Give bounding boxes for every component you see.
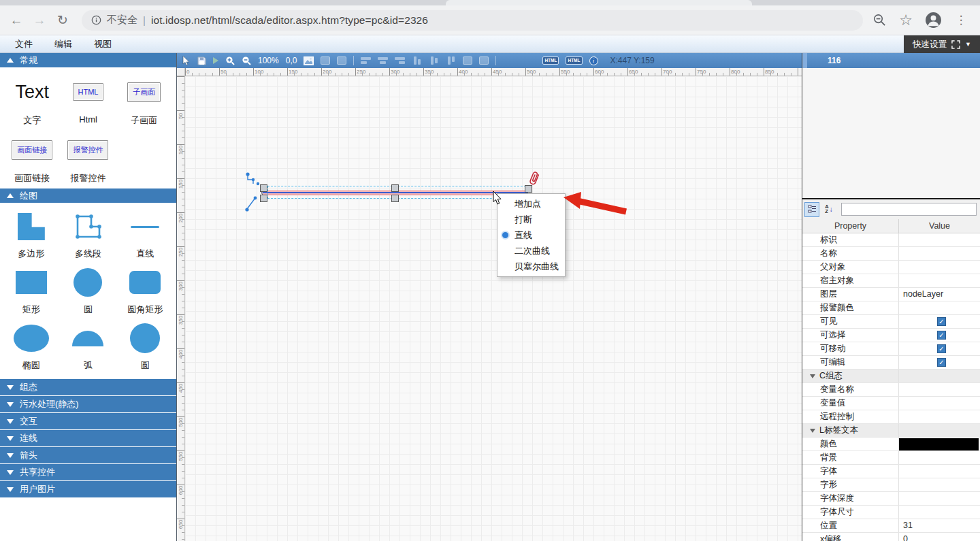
palette-shape-arc[interactable]: 弧	[60, 320, 117, 372]
resize-handle[interactable]	[260, 195, 267, 202]
context-menu-item-4[interactable]: 贝塞尔曲线	[497, 259, 565, 274]
align-right-icon[interactable]	[395, 56, 405, 65]
property-row-18[interactable]: 字形	[802, 478, 980, 492]
section-header-collapsed-4[interactable]: 箭头	[0, 447, 176, 463]
group-icon[interactable]	[321, 56, 330, 65]
checkbox-checked-icon[interactable]: ✓	[937, 358, 946, 367]
connector-anchor-icon[interactable]	[244, 196, 259, 212]
align-top-icon[interactable]	[412, 56, 422, 65]
context-menu-item-2[interactable]: 直线	[497, 227, 565, 243]
quick-settings-button[interactable]: 快速设置 ▼	[904, 35, 980, 53]
checkbox-checked-icon[interactable]: ✓	[937, 317, 946, 326]
section-header-collapsed-3[interactable]: 连线	[0, 430, 176, 446]
property-value[interactable]	[899, 383, 980, 396]
property-value[interactable]	[899, 274, 980, 287]
property-row-17[interactable]: 字体	[802, 465, 980, 478]
property-row-12[interactable]: 变量值	[802, 397, 980, 410]
context-menu-item-0[interactable]: 增加点	[497, 196, 565, 212]
palette-item[interactable]: Text文字	[4, 76, 60, 127]
property-value[interactable]: 31	[899, 519, 980, 532]
property-row-11[interactable]: 变量名称	[802, 383, 980, 397]
property-row-8[interactable]: 可移动✓	[802, 342, 980, 356]
palette-item[interactable]: 子画面子画面	[116, 76, 172, 127]
palette-item[interactable]: 报警控件报警控件	[60, 133, 116, 184]
property-value[interactable]: ✓	[899, 329, 980, 342]
property-value[interactable]	[899, 301, 980, 314]
property-row-0[interactable]: 标识	[802, 233, 980, 247]
palette-item[interactable]: HTMLHtml	[60, 76, 116, 127]
context-menu-item-3[interactable]: 二次曲线	[497, 243, 565, 259]
property-value[interactable]	[899, 233, 980, 246]
panel-splitter[interactable]	[802, 53, 807, 68]
resize-handle[interactable]	[391, 195, 399, 202]
property-filter-input[interactable]	[841, 203, 977, 216]
dock-icon[interactable]	[951, 40, 960, 49]
property-value[interactable]	[899, 506, 980, 519]
reload-icon[interactable]: ↻	[53, 11, 72, 30]
resize-handle[interactable]	[391, 184, 399, 192]
property-value[interactable]: ✓	[899, 315, 980, 328]
ungroup-icon[interactable]	[337, 56, 346, 65]
property-row-10[interactable]: C组态	[802, 370, 980, 383]
section-header-collapsed-6[interactable]: 用户图片	[0, 481, 176, 497]
info-icon[interactable]	[91, 15, 101, 25]
align-bottom-icon[interactable]	[446, 56, 456, 65]
property-row-6[interactable]: 可见✓	[802, 315, 980, 329]
property-value[interactable]	[899, 410, 980, 423]
context-menu-item-1[interactable]: 打断	[497, 212, 565, 227]
zoom-in-icon[interactable]	[225, 56, 235, 65]
palette-shape-rounded-rect[interactable]: 圆角矩形	[116, 264, 174, 316]
section-header-general[interactable]: 常规	[0, 53, 176, 67]
bookmark-star-icon[interactable]: ☆	[896, 11, 915, 30]
menu-item-1[interactable]: 编辑	[44, 35, 83, 52]
property-row-22[interactable]: x偏移0	[802, 533, 980, 541]
property-value[interactable]	[899, 465, 980, 478]
property-row-16[interactable]: 背景	[802, 451, 980, 465]
url-text[interactable]: iot.idosp.net/html/scada/editor.aspx.htm…	[151, 14, 428, 27]
html-preview-icon[interactable]: HTML	[566, 56, 582, 65]
property-row-3[interactable]: 宿主对象	[802, 274, 980, 288]
property-value[interactable]	[899, 397, 980, 410]
checkbox-checked-icon[interactable]: ✓	[937, 331, 946, 340]
property-value[interactable]	[899, 492, 980, 505]
align-left-icon[interactable]	[361, 56, 371, 65]
back-icon[interactable]: ←	[7, 11, 26, 30]
info-icon[interactable]: i	[589, 56, 598, 65]
distribute-v-icon[interactable]	[479, 56, 489, 65]
object-tree-area[interactable]	[802, 68, 980, 199]
palette-shape-circle2[interactable]: 圆	[116, 320, 174, 372]
categorized-view-button[interactable]	[804, 202, 819, 217]
alphabetical-sort-button[interactable]: AZ ↓	[821, 202, 836, 217]
checkbox-checked-icon[interactable]: ✓	[937, 344, 946, 353]
design-canvas[interactable]	[185, 76, 802, 541]
palette-shape-line[interactable]: 直线	[116, 208, 174, 260]
property-row-21[interactable]: 位置31	[802, 519, 980, 533]
palette-shape-rect[interactable]: 矩形	[3, 264, 60, 316]
section-header-collapsed-2[interactable]: 交互	[0, 413, 176, 429]
section-header-collapsed-5[interactable]: 共享控件	[0, 464, 176, 480]
palette-shape-ellipse[interactable]: 椭圆	[3, 320, 60, 372]
property-row-19[interactable]: 字体深度	[802, 492, 980, 506]
property-value[interactable]: ✓	[899, 342, 980, 355]
align-middle-icon[interactable]	[429, 56, 439, 65]
property-value[interactable]	[899, 478, 980, 491]
palette-shape-circle[interactable]: 圆	[60, 264, 117, 316]
zoom-out-icon[interactable]	[242, 56, 251, 65]
palette-shape-polyline[interactable]: 多线段	[60, 208, 117, 260]
property-row-9[interactable]: 可编辑✓	[802, 356, 980, 370]
property-row-7[interactable]: 可选择✓	[802, 329, 980, 342]
browser-active-tab[interactable]	[446, 0, 752, 5]
palette-item[interactable]: 画面链接画面链接	[4, 133, 60, 184]
quick-settings-caret-icon[interactable]: ▼	[965, 41, 971, 48]
property-row-5[interactable]: 报警颜色	[802, 301, 980, 315]
forward-icon[interactable]: →	[30, 11, 49, 30]
save-icon[interactable]	[197, 56, 206, 65]
property-row-13[interactable]: 远程控制	[802, 410, 980, 424]
property-value[interactable]: nodeLayer	[899, 288, 980, 301]
property-row-14[interactable]: L标签文本	[802, 424, 980, 438]
run-icon[interactable]	[213, 57, 218, 64]
menu-item-2[interactable]: 视图	[83, 35, 122, 52]
property-row-2[interactable]: 父对象	[802, 261, 980, 274]
select-cursor-icon[interactable]	[182, 56, 191, 66]
distribute-h-icon[interactable]	[463, 56, 472, 65]
